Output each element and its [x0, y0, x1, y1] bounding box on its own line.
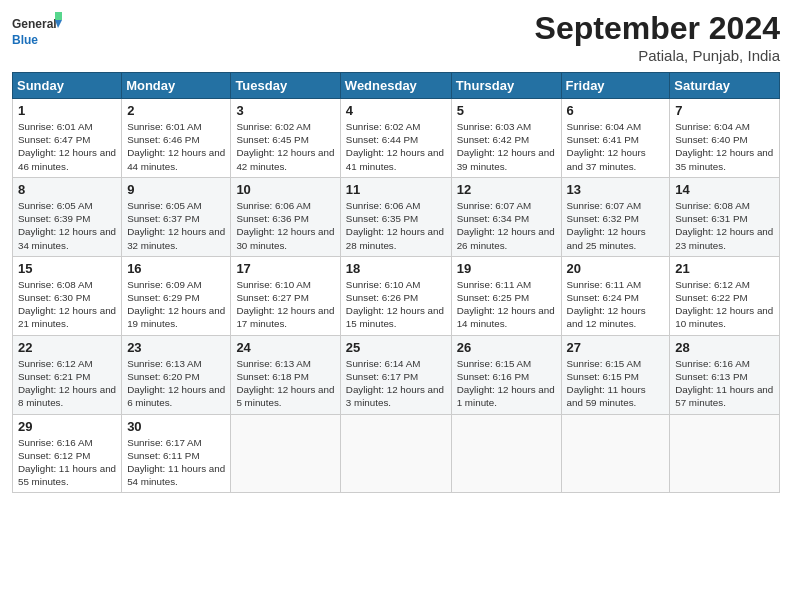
- day-info: Sunrise: 6:06 AMSunset: 6:35 PMDaylight:…: [346, 199, 446, 252]
- day-number: 10: [236, 182, 334, 197]
- calendar-week-row: 22 Sunrise: 6:12 AMSunset: 6:21 PMDaylig…: [13, 335, 780, 414]
- calendar-day-cell: 18 Sunrise: 6:10 AMSunset: 6:26 PMDaylig…: [340, 256, 451, 335]
- day-info: Sunrise: 6:04 AMSunset: 6:41 PMDaylight:…: [567, 120, 665, 173]
- calendar-day-cell: 22 Sunrise: 6:12 AMSunset: 6:21 PMDaylig…: [13, 335, 122, 414]
- day-info: Sunrise: 6:05 AMSunset: 6:37 PMDaylight:…: [127, 199, 225, 252]
- svg-text:General: General: [12, 17, 57, 31]
- calendar-day-cell: 27 Sunrise: 6:15 AMSunset: 6:15 PMDaylig…: [561, 335, 670, 414]
- day-number: 16: [127, 261, 225, 276]
- day-info: Sunrise: 6:17 AMSunset: 6:11 PMDaylight:…: [127, 436, 225, 489]
- calendar-day-cell: 8 Sunrise: 6:05 AMSunset: 6:39 PMDayligh…: [13, 177, 122, 256]
- day-info: Sunrise: 6:12 AMSunset: 6:21 PMDaylight:…: [18, 357, 116, 410]
- day-number: 5: [457, 103, 556, 118]
- calendar-day-cell: 13 Sunrise: 6:07 AMSunset: 6:32 PMDaylig…: [561, 177, 670, 256]
- day-number: 1: [18, 103, 116, 118]
- calendar-day-cell: 3 Sunrise: 6:02 AMSunset: 6:45 PMDayligh…: [231, 99, 340, 178]
- location: Patiala, Punjab, India: [535, 47, 780, 64]
- day-info: Sunrise: 6:06 AMSunset: 6:36 PMDaylight:…: [236, 199, 334, 252]
- calendar-day-cell: 23 Sunrise: 6:13 AMSunset: 6:20 PMDaylig…: [122, 335, 231, 414]
- day-info: Sunrise: 6:04 AMSunset: 6:40 PMDaylight:…: [675, 120, 774, 173]
- day-info: Sunrise: 6:01 AMSunset: 6:47 PMDaylight:…: [18, 120, 116, 173]
- day-number: 21: [675, 261, 774, 276]
- day-number: 9: [127, 182, 225, 197]
- day-number: 27: [567, 340, 665, 355]
- day-info: Sunrise: 6:12 AMSunset: 6:22 PMDaylight:…: [675, 278, 774, 331]
- calendar-day-cell: 14 Sunrise: 6:08 AMSunset: 6:31 PMDaylig…: [670, 177, 780, 256]
- calendar-week-row: 29 Sunrise: 6:16 AMSunset: 6:12 PMDaylig…: [13, 414, 780, 493]
- day-info: Sunrise: 6:16 AMSunset: 6:13 PMDaylight:…: [675, 357, 774, 410]
- calendar-day-cell: 30 Sunrise: 6:17 AMSunset: 6:11 PMDaylig…: [122, 414, 231, 493]
- calendar-day-cell: 16 Sunrise: 6:09 AMSunset: 6:29 PMDaylig…: [122, 256, 231, 335]
- day-number: 22: [18, 340, 116, 355]
- calendar-day-cell: 7 Sunrise: 6:04 AMSunset: 6:40 PMDayligh…: [670, 99, 780, 178]
- header-friday: Friday: [561, 73, 670, 99]
- day-number: 3: [236, 103, 334, 118]
- day-number: 30: [127, 419, 225, 434]
- header-thursday: Thursday: [451, 73, 561, 99]
- calendar-header-row: Sunday Monday Tuesday Wednesday Thursday…: [13, 73, 780, 99]
- day-info: Sunrise: 6:05 AMSunset: 6:39 PMDaylight:…: [18, 199, 116, 252]
- day-info: Sunrise: 6:10 AMSunset: 6:26 PMDaylight:…: [346, 278, 446, 331]
- day-number: 15: [18, 261, 116, 276]
- svg-text:Blue: Blue: [12, 33, 38, 47]
- day-number: 13: [567, 182, 665, 197]
- calendar-day-cell: 5 Sunrise: 6:03 AMSunset: 6:42 PMDayligh…: [451, 99, 561, 178]
- logo: General Blue: [12, 10, 62, 52]
- day-number: 8: [18, 182, 116, 197]
- day-number: 12: [457, 182, 556, 197]
- calendar-day-cell: 21 Sunrise: 6:12 AMSunset: 6:22 PMDaylig…: [670, 256, 780, 335]
- header-saturday: Saturday: [670, 73, 780, 99]
- day-number: 23: [127, 340, 225, 355]
- day-number: 6: [567, 103, 665, 118]
- day-info: Sunrise: 6:14 AMSunset: 6:17 PMDaylight:…: [346, 357, 446, 410]
- calendar-day-cell: 1 Sunrise: 6:01 AMSunset: 6:47 PMDayligh…: [13, 99, 122, 178]
- header-tuesday: Tuesday: [231, 73, 340, 99]
- calendar-week-row: 8 Sunrise: 6:05 AMSunset: 6:39 PMDayligh…: [13, 177, 780, 256]
- page-container: General Blue September 2024 Patiala, Pun…: [0, 0, 792, 503]
- day-info: Sunrise: 6:02 AMSunset: 6:45 PMDaylight:…: [236, 120, 334, 173]
- day-number: 4: [346, 103, 446, 118]
- calendar-day-cell: 28 Sunrise: 6:16 AMSunset: 6:13 PMDaylig…: [670, 335, 780, 414]
- calendar-day-cell: [670, 414, 780, 493]
- calendar-day-cell: 2 Sunrise: 6:01 AMSunset: 6:46 PMDayligh…: [122, 99, 231, 178]
- header-monday: Monday: [122, 73, 231, 99]
- calendar-day-cell: 10 Sunrise: 6:06 AMSunset: 6:36 PMDaylig…: [231, 177, 340, 256]
- day-info: Sunrise: 6:08 AMSunset: 6:30 PMDaylight:…: [18, 278, 116, 331]
- calendar-day-cell: 17 Sunrise: 6:10 AMSunset: 6:27 PMDaylig…: [231, 256, 340, 335]
- day-number: 17: [236, 261, 334, 276]
- calendar-week-row: 15 Sunrise: 6:08 AMSunset: 6:30 PMDaylig…: [13, 256, 780, 335]
- day-info: Sunrise: 6:08 AMSunset: 6:31 PMDaylight:…: [675, 199, 774, 252]
- day-info: Sunrise: 6:03 AMSunset: 6:42 PMDaylight:…: [457, 120, 556, 173]
- calendar-day-cell: 19 Sunrise: 6:11 AMSunset: 6:25 PMDaylig…: [451, 256, 561, 335]
- header-sunday: Sunday: [13, 73, 122, 99]
- day-number: 19: [457, 261, 556, 276]
- title-block: September 2024 Patiala, Punjab, India: [535, 10, 780, 64]
- calendar-day-cell: 11 Sunrise: 6:06 AMSunset: 6:35 PMDaylig…: [340, 177, 451, 256]
- day-info: Sunrise: 6:15 AMSunset: 6:16 PMDaylight:…: [457, 357, 556, 410]
- calendar-day-cell: 4 Sunrise: 6:02 AMSunset: 6:44 PMDayligh…: [340, 99, 451, 178]
- calendar-day-cell: 6 Sunrise: 6:04 AMSunset: 6:41 PMDayligh…: [561, 99, 670, 178]
- day-info: Sunrise: 6:13 AMSunset: 6:18 PMDaylight:…: [236, 357, 334, 410]
- header-wednesday: Wednesday: [340, 73, 451, 99]
- calendar-day-cell: 25 Sunrise: 6:14 AMSunset: 6:17 PMDaylig…: [340, 335, 451, 414]
- calendar-day-cell: [451, 414, 561, 493]
- day-number: 26: [457, 340, 556, 355]
- day-info: Sunrise: 6:13 AMSunset: 6:20 PMDaylight:…: [127, 357, 225, 410]
- day-number: 20: [567, 261, 665, 276]
- day-info: Sunrise: 6:16 AMSunset: 6:12 PMDaylight:…: [18, 436, 116, 489]
- day-info: Sunrise: 6:02 AMSunset: 6:44 PMDaylight:…: [346, 120, 446, 173]
- calendar-day-cell: 20 Sunrise: 6:11 AMSunset: 6:24 PMDaylig…: [561, 256, 670, 335]
- day-info: Sunrise: 6:01 AMSunset: 6:46 PMDaylight:…: [127, 120, 225, 173]
- day-info: Sunrise: 6:15 AMSunset: 6:15 PMDaylight:…: [567, 357, 665, 410]
- calendar-day-cell: 15 Sunrise: 6:08 AMSunset: 6:30 PMDaylig…: [13, 256, 122, 335]
- day-number: 25: [346, 340, 446, 355]
- svg-marker-2: [55, 12, 62, 20]
- day-info: Sunrise: 6:11 AMSunset: 6:25 PMDaylight:…: [457, 278, 556, 331]
- day-info: Sunrise: 6:07 AMSunset: 6:34 PMDaylight:…: [457, 199, 556, 252]
- month-title: September 2024: [535, 10, 780, 47]
- day-number: 24: [236, 340, 334, 355]
- day-number: 14: [675, 182, 774, 197]
- calendar-day-cell: 12 Sunrise: 6:07 AMSunset: 6:34 PMDaylig…: [451, 177, 561, 256]
- day-number: 2: [127, 103, 225, 118]
- calendar-day-cell: [561, 414, 670, 493]
